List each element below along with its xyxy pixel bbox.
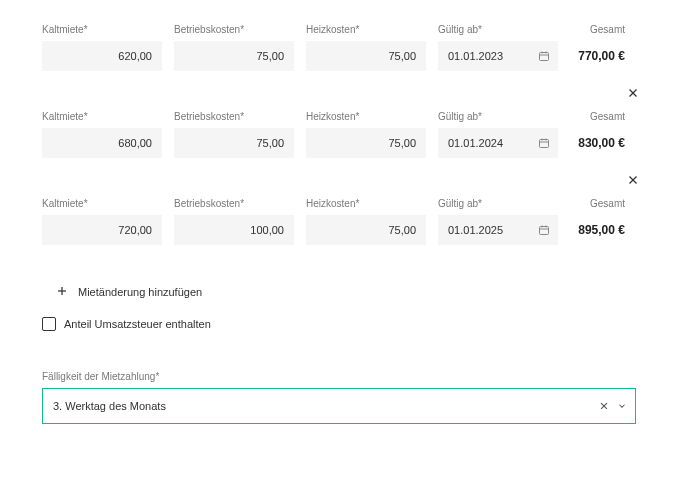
rent-block: Kaltmiete*Betriebskosten*Heizkosten*Gült… <box>42 111 636 158</box>
vat-included-label: Anteil Umsatzsteuer enthalten <box>64 318 211 330</box>
kaltmiete-input[interactable] <box>42 41 162 71</box>
payment-due-select[interactable]: 3. Werktag des Monats <box>42 388 636 424</box>
betriebskosten-label: Betriebskosten* <box>174 111 294 122</box>
betriebskosten-input[interactable] <box>174 128 294 158</box>
kaltmiete-input[interactable] <box>42 128 162 158</box>
chevron-down-icon[interactable] <box>617 401 627 411</box>
kaltmiete-label: Kaltmiete* <box>42 198 162 209</box>
betriebskosten-label: Betriebskosten* <box>174 24 294 35</box>
gesamt-value: 770,00 € <box>570 41 625 71</box>
heizkosten-input[interactable] <box>306 41 426 71</box>
close-icon <box>627 87 639 102</box>
vat-included-checkbox[interactable] <box>42 317 56 331</box>
gesamt-value: 895,00 € <box>570 215 625 245</box>
betriebskosten-input[interactable] <box>174 215 294 245</box>
svg-rect-12 <box>540 227 549 235</box>
calendar-icon[interactable] <box>538 50 550 62</box>
payment-due-value: 3. Werktag des Monats <box>53 400 166 412</box>
gueltig-ab-label: Gültig ab* <box>438 111 558 122</box>
remove-rent-button[interactable] <box>622 83 644 105</box>
betriebskosten-label: Betriebskosten* <box>174 198 294 209</box>
calendar-icon[interactable] <box>538 137 550 149</box>
plus-icon <box>56 285 68 299</box>
gueltig-ab-label: Gültig ab* <box>438 24 558 35</box>
add-rent-change-label: Mietänderung hinzufügen <box>78 286 202 298</box>
svg-rect-6 <box>540 140 549 148</box>
gesamt-label: Gesamt <box>570 198 625 209</box>
kaltmiete-input[interactable] <box>42 215 162 245</box>
kaltmiete-label: Kaltmiete* <box>42 24 162 35</box>
rent-block: Kaltmiete*Betriebskosten*Heizkosten*Gült… <box>42 198 636 245</box>
heizkosten-label: Heizkosten* <box>306 24 426 35</box>
payment-due-label: Fälligkeit der Mietzahlung* <box>42 371 636 382</box>
gesamt-value: 830,00 € <box>570 128 625 158</box>
heizkosten-label: Heizkosten* <box>306 198 426 209</box>
rent-block: Kaltmiete*Betriebskosten*Heizkosten*Gült… <box>42 24 636 71</box>
heizkosten-input[interactable] <box>306 215 426 245</box>
gesamt-label: Gesamt <box>570 24 625 35</box>
add-rent-change-button[interactable]: Mietänderung hinzufügen <box>56 285 636 299</box>
svg-rect-0 <box>540 53 549 61</box>
betriebskosten-input[interactable] <box>174 41 294 71</box>
kaltmiete-label: Kaltmiete* <box>42 111 162 122</box>
gesamt-label: Gesamt <box>570 111 625 122</box>
gueltig-ab-label: Gültig ab* <box>438 198 558 209</box>
calendar-icon[interactable] <box>538 224 550 236</box>
heizkosten-input[interactable] <box>306 128 426 158</box>
close-icon <box>627 174 639 189</box>
heizkosten-label: Heizkosten* <box>306 111 426 122</box>
clear-select-icon[interactable] <box>599 401 609 411</box>
remove-rent-button[interactable] <box>622 170 644 192</box>
